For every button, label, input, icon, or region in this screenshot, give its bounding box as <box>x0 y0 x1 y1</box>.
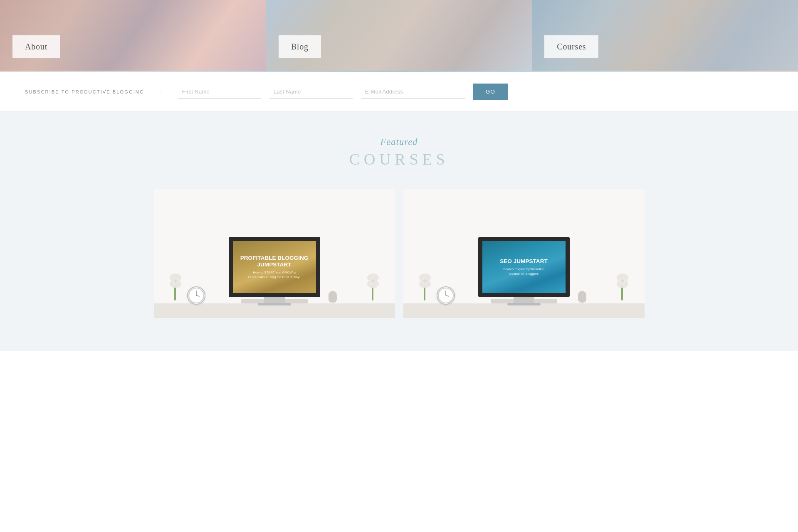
desk-surface-2 <box>403 303 645 318</box>
svg-point-12 <box>371 279 375 283</box>
desk-surface-1 <box>154 303 395 318</box>
clock-1 <box>187 286 205 305</box>
email-input[interactable] <box>361 85 465 99</box>
course-scene-seo: SEO JUMPSTART Search Engine Optimisation… <box>403 189 645 318</box>
flower-left-1 <box>164 269 187 306</box>
featured-subtitle: Featured <box>8 137 790 148</box>
seo-screen-title: SEO JUMPSTART <box>496 258 552 265</box>
course-card-blogging[interactable]: PROFITABLE BLOGGINGJUMPSTART How to STAR… <box>154 189 395 318</box>
svg-rect-16 <box>424 286 425 300</box>
svg-point-25 <box>621 279 624 283</box>
last-name-input[interactable] <box>269 85 353 99</box>
featured-section: Featured COURSES <box>0 112 798 351</box>
svg-rect-21 <box>621 286 623 300</box>
flower-right-1 <box>362 269 385 306</box>
flower-right-2 <box>611 269 634 306</box>
nav-card-blog-label: Blog <box>279 35 321 58</box>
first-name-input[interactable] <box>178 85 261 99</box>
svg-point-20 <box>423 279 427 283</box>
nav-card-courses[interactable]: Courses <box>532 0 798 71</box>
subscribe-label: SUBSCRIBE TO PRODUCTIVE BLOGGING <box>25 89 161 94</box>
mouse-2 <box>578 291 586 303</box>
flower-left-2 <box>414 269 437 306</box>
svg-rect-3 <box>174 286 176 300</box>
monitor-stand-1 <box>264 297 285 303</box>
nav-cards-section: About Blog Courses <box>0 0 798 71</box>
nav-card-about[interactable]: About <box>0 0 266 71</box>
nav-card-courses-label: Courses <box>544 35 598 58</box>
seo-screen-subtitle: Search Engine OptimisationCourse for Blo… <box>499 267 548 276</box>
monitor-blogging: PROFITABLE BLOGGINGJUMPSTART How to STAR… <box>220 237 329 305</box>
nav-card-about-label: About <box>12 35 60 58</box>
svg-rect-8 <box>372 286 373 300</box>
course-card-seo[interactable]: SEO JUMPSTART Search Engine Optimisation… <box>403 189 645 318</box>
subscribe-fields: GO <box>161 84 773 100</box>
monitor-base-2 <box>507 303 541 305</box>
mouse-1 <box>329 291 337 303</box>
courses-grid: PROFITABLE BLOGGINGJUMPSTART How to STAR… <box>150 189 649 318</box>
monitor-screen-blogging: PROFITABLE BLOGGINGJUMPSTART How to STAR… <box>229 237 320 297</box>
monitor-screen-seo: SEO JUMPSTART Search Engine Optimisation… <box>478 237 570 297</box>
clock-2 <box>437 286 455 305</box>
blogging-screen-subtitle: How to START and GROW aPROFITABLE blog t… <box>244 270 305 279</box>
monitor-base-1 <box>258 303 291 305</box>
subscribe-go-button[interactable]: GO <box>473 84 508 100</box>
nav-card-blog[interactable]: Blog <box>266 0 532 71</box>
monitor-stand-2 <box>514 297 534 303</box>
subscribe-section: SUBSCRIBE TO PRODUCTIVE BLOGGING GO <box>0 72 798 112</box>
blogging-screen-title: PROFITABLE BLOGGINGJUMPSTART <box>236 255 313 268</box>
course-scene-blogging: PROFITABLE BLOGGINGJUMPSTART How to STAR… <box>154 189 395 318</box>
svg-point-7 <box>174 279 177 283</box>
monitor-seo: SEO JUMPSTART Search Engine Optimisation… <box>470 237 578 305</box>
featured-title: COURSES <box>8 150 790 168</box>
